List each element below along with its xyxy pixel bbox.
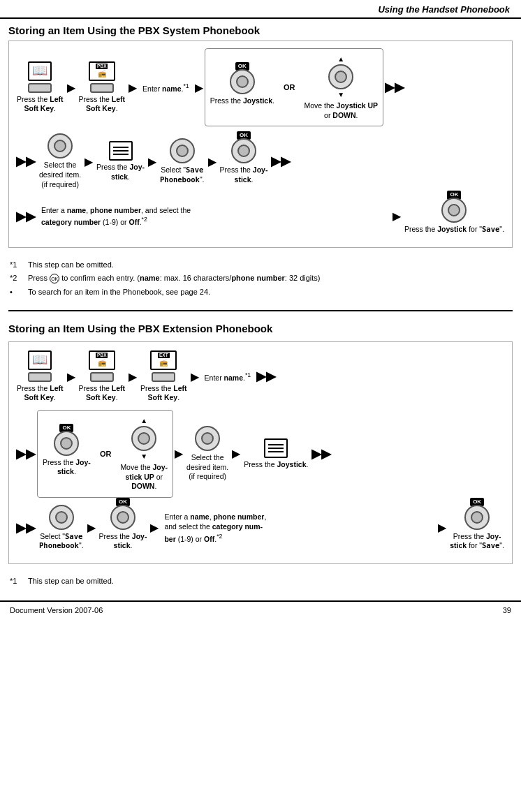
s2-arrow-r3-1: ▶: [86, 521, 97, 534]
s2-r2-menu: Press the Joystick.: [242, 437, 310, 471]
footer-right: 39: [503, 606, 511, 614]
or-label: OR: [279, 83, 300, 91]
s2-joystick-inner-save: [55, 511, 68, 524]
enter-name-text: Enter name.*1: [138, 82, 193, 93]
s2-note1-num: *1: [10, 575, 24, 588]
joystick-r2s4: [231, 138, 256, 163]
note1: *1 This step can be omitted.: [10, 259, 511, 272]
joystick-ok-wrap-r2: OK: [231, 138, 256, 163]
section1-r3-joystick: OK Press the Joystick for "Save".: [402, 196, 506, 236]
section1-step4a: OK Press the Joystick.: [208, 68, 277, 108]
s2-r3-enter-text: Enter a name, phone number,and select th…: [160, 512, 436, 545]
r2s3-label: Select "SavePhonebook".: [160, 165, 205, 184]
s2-arrow-r3-3: ▶: [436, 521, 448, 534]
menu-line2: [113, 150, 129, 152]
section1-row2: ▶▶ Select thedesired item.(if required) …: [15, 132, 506, 191]
arrow-r2-1: ▶: [83, 155, 94, 168]
s2-r2-joystick-move: Move the Joy-stick UP orDOWN.: [118, 415, 170, 493]
joystick-ok-wrap-r3: OK: [441, 198, 467, 223]
s2-r2-ok-label: Press the Joy-stick.: [43, 458, 91, 477]
s2-r3-press-joy: OK Press the Joy-stick.: [97, 503, 149, 552]
s2-r1-s3-label: Press the LeftSoft Key.: [140, 384, 187, 403]
pbx-icon: PBX 📻: [89, 61, 115, 81]
dbl-arrow4: ▶▶: [15, 209, 37, 224]
s2-ext-icon: EXT 📻: [150, 350, 177, 370]
s2-dbl-arrow4: ▶▶: [15, 520, 37, 536]
r3-label: Press the Joystick for "Save".: [404, 225, 504, 235]
s2-joystick-ok: [54, 431, 79, 456]
arrow-r2-3: ▶: [207, 155, 218, 168]
joystick-move-wrap: [328, 64, 353, 89]
s2-arrow-r3-2: ▶: [149, 521, 160, 534]
soft-key-btn2: [90, 83, 114, 93]
s2-soft-key1: [28, 372, 52, 382]
s2-r1-step3: EXT 📻 Press the LeftSoft Key.: [138, 349, 189, 404]
section1-r2-step3: Select "SavePhonebook".: [158, 137, 207, 186]
s2-joystick-move: [131, 426, 156, 451]
section1-step2: PBX 📻 Press the LeftSoft Key.: [77, 60, 128, 115]
menu-icon: [109, 141, 133, 161]
section2-row3: ▶▶ Select "SavePhonebook". ▶ OK Press th…: [15, 503, 506, 552]
note3-text: To search for an item in the Phonebook, …: [28, 286, 210, 299]
step4b-label: Move the Joystick UPor DOWN.: [304, 101, 378, 120]
joystick-inner-r2s1: [54, 140, 66, 152]
s2-joystick-inner-r3: [117, 511, 129, 524]
s2-pbx-icon: PBX 📻: [89, 350, 115, 370]
section2-title: Storing an Item Using the PBX Extension …: [0, 317, 521, 339]
s2-arrow3: ▶: [189, 370, 200, 383]
s2-r1-s1-label: Press the LeftSoft Key.: [17, 384, 64, 403]
s2-dbl-arrow1: ▶▶: [255, 369, 277, 384]
soft-key-btn: [28, 83, 52, 93]
page-header: Using the Handset Phonebook: [0, 0, 521, 19]
joystick-inner2: [335, 71, 347, 83]
s2-menu-line2: [268, 448, 284, 449]
joystick-inner: [236, 75, 249, 88]
step2-label: Press the LeftSoft Key.: [79, 95, 126, 114]
note3: • To search for an item in the Phonebook…: [10, 286, 511, 299]
s2-joystick-ok-wrap-r3: OK: [110, 505, 135, 530]
section1-r2-step1: Select thedesired item.(if required): [37, 132, 83, 191]
s2-soft-key3: [152, 372, 175, 382]
s2-joystick-inner-ok: [60, 437, 73, 450]
r2s4-label: Press the Joy-stick.: [220, 165, 268, 184]
arrow-r3-1: ▶: [391, 209, 402, 223]
s2-arrow-r2-2: ▶: [230, 447, 242, 460]
s2-r3-save-label: Select "SavePhonebook".: [39, 532, 84, 551]
menu-line1: [113, 147, 129, 148]
row3-enter-text: Enter a name, phone number, and select t…: [37, 205, 391, 228]
s2-joystick-save: [49, 505, 74, 530]
arrow-r2-2: ▶: [147, 155, 158, 168]
section1-r2-step4: OK Press the Joy-stick.: [218, 137, 270, 186]
dbl-arrow2: ▶▶: [15, 154, 37, 169]
s2-enter-name: Enter name.*1: [200, 371, 256, 382]
s2-r2-move-label: Move the Joy-stick UP orDOWN.: [120, 463, 168, 492]
page-footer: Document Version 2007-06 39: [0, 600, 521, 617]
footer-left: Document Version 2007-06: [10, 606, 103, 614]
step1-label: Press the LeftSoft Key.: [17, 95, 64, 114]
arrow1: ▶: [66, 81, 77, 94]
arrow3: ▶: [193, 81, 205, 94]
section1-r2-step2: Press the Joy-stick.: [94, 140, 147, 183]
book-icon: 📖: [28, 61, 52, 81]
s2-menu-icon: [264, 438, 288, 458]
menu-line3: [113, 154, 129, 155]
s2-r2-menu-label: Press the Joystick.: [244, 460, 308, 470]
section-separator: [8, 310, 513, 311]
dbl-arrow3: ▶▶: [270, 154, 292, 169]
s2-joystick-r3: [110, 505, 135, 530]
s2-r3-final-joy: OK Press the Joy-stick for "Save".: [448, 503, 506, 552]
s2-joystick-inner-move: [138, 432, 150, 445]
header-title: Using the Handset Phonebook: [378, 4, 510, 15]
s2-note1: *1 This step can be omitted.: [10, 575, 511, 588]
section2-row2: ▶▶ OK Press the Joy-stick. OR M: [15, 410, 506, 498]
s2-r3-final-label: Press the Joy-stick for "Save".: [450, 532, 504, 551]
section1-row3: ▶▶ Enter a name, phone number, and selec…: [15, 196, 506, 236]
s2-arrow-r2-1: ▶: [173, 447, 184, 460]
s2-r1-s2-label: Press the LeftSoft Key.: [79, 384, 126, 403]
s2-joystick-inner-final: [471, 511, 483, 524]
section2-row1: 📖 Press the LeftSoft Key. ▶ PBX 📻 Press …: [15, 349, 506, 404]
note3-bullet: •: [10, 286, 24, 299]
section1-diagram: 📖 Press the LeftSoft Key. ▶ PBX 📻 Press …: [8, 40, 513, 248]
s2-note1-text: This step can be omitted.: [28, 575, 114, 588]
s2-r3-joy-label: Press the Joy-stick.: [99, 532, 147, 551]
